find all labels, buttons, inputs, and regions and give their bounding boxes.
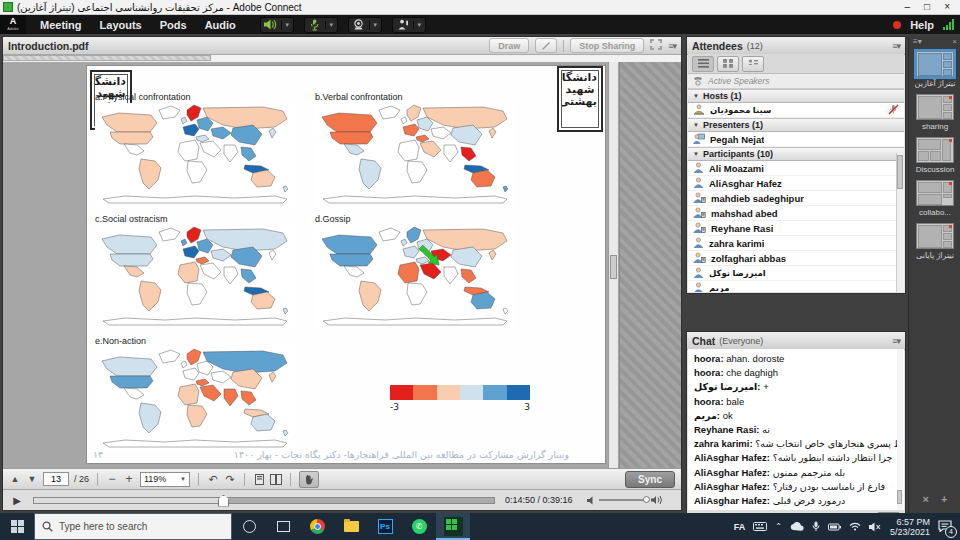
group-header-presenters[interactable]: ▼Presenters (1) [688,118,904,132]
wifi-icon[interactable] [849,522,861,531]
zoom-out-button[interactable]: − [106,473,118,486]
volume-low-icon[interactable] [587,496,595,505]
sync-button[interactable]: Sync [625,471,675,488]
attendee-status-view-button[interactable] [742,56,764,72]
menu-item-pods[interactable]: Pods [160,19,187,31]
attendee-row[interactable]: Ali Moazami [688,161,904,176]
zoom-level-select[interactable]: 119%▼ [140,472,190,487]
attendee-row[interactable]: Pegah Nejat [688,132,904,147]
attendee-row[interactable]: AliAsghar Hafez [688,176,904,191]
whatsapp-taskbar-button[interactable]: ✆ [402,513,436,540]
next-page-button[interactable]: ▼ [26,473,38,486]
microphone-button[interactable]: ▾ [304,17,338,33]
tray-expand-chevron-icon[interactable]: ⌃ [775,522,782,531]
layout-thumbnail-sharing[interactable]: sharing [909,94,960,131]
set-status-button[interactable]: ▾ [392,17,426,33]
add-layout-icon[interactable]: + [941,493,947,505]
rotate-right-icon[interactable]: ↷ [224,473,236,486]
photoshop-taskbar-button[interactable]: Ps [368,513,402,540]
slide-footer-text: وبینار گزارش مشارکت در مطالعه بین المللی… [234,449,569,460]
file-explorer-taskbar-button[interactable] [334,513,368,540]
attendee-row[interactable]: mahshad abed [688,206,904,221]
chrome-taskbar-button[interactable] [300,513,334,540]
chrome-icon [310,519,325,534]
speaker-button[interactable]: ▾ [260,17,294,33]
pan-tool-button[interactable] [299,471,319,488]
clock-date: 5/23/2021 [890,527,930,537]
layouts-panel-menu-icon[interactable]: ≡▾ [913,37,922,46]
attendee-row[interactable]: zahra karimi [688,236,904,251]
page-number-input[interactable] [43,472,69,486]
help-menu[interactable]: Help [910,19,934,31]
group-header-hosts[interactable]: ▼Hosts (1) [688,89,904,103]
attendee-row[interactable]: Reyhane Rasi [688,221,904,236]
minimize-button[interactable]: – [905,2,911,12]
attendee-row[interactable]: مریم [688,281,904,292]
chat-pod-menu-icon[interactable]: ≡▾ [892,336,900,346]
menu-item-meeting[interactable]: Meeting [40,19,82,31]
attendee-row[interactable]: سینا محمودیان [688,103,904,118]
start-button[interactable] [0,513,34,540]
status-dropdown[interactable]: ▾ [413,21,425,29]
pod-menu-icon[interactable]: ≡▾ [668,41,676,51]
timeline-position-marker[interactable] [218,495,229,507]
attendees-pod-menu-icon[interactable]: ≡▾ [892,41,900,51]
cortana-button[interactable] [232,513,266,540]
collapse-triangle-icon: ▼ [693,151,699,157]
legend-swatch [460,385,483,400]
group-header-participants[interactable]: ▼Participants (10) [688,147,904,161]
volume-knob[interactable] [643,496,650,503]
draw-button[interactable]: Draw [489,38,529,53]
stop-sharing-button[interactable]: Stop Sharing [570,38,644,53]
vertical-scrollbar[interactable] [608,62,618,468]
single-page-view-icon[interactable] [253,473,265,486]
layout-thumbnail-label: Discussion [909,165,960,174]
speaker-dropdown[interactable]: ▾ [281,21,293,29]
webcam-dropdown[interactable]: ▾ [369,21,381,29]
attendee-row[interactable]: zolfaghari abbas [688,251,904,266]
windows-logo-icon [11,520,24,533]
legend-swatch [437,385,460,400]
delete-layout-icon[interactable]: × [923,493,929,505]
language-indicator[interactable]: FA [734,522,746,532]
action-center-button[interactable]: 4 [938,520,952,534]
taskbar-search[interactable]: Type here to search [34,513,232,540]
microphone-dropdown[interactable]: ▾ [325,21,337,29]
task-view-button[interactable] [266,513,300,540]
battery-icon[interactable] [828,523,841,531]
layouts-panel-close-icon[interactable]: × [952,37,957,46]
maximize-button[interactable]: □ [924,2,930,12]
playback-timeline[interactable] [33,497,495,504]
rotate-left-icon[interactable]: ↶ [207,473,219,486]
volume-slider[interactable] [599,499,647,501]
play-button[interactable]: ▶ [9,493,25,507]
layout-thumbnail-discussion[interactable]: Discussion [909,137,960,174]
two-page-view-icon[interactable] [270,473,282,486]
layout-thumbnail-collabo-[interactable]: collabo... [909,180,960,217]
fullscreen-icon[interactable] [650,39,662,52]
webcam-button[interactable]: ▾ [348,17,382,33]
speaker-muted-icon[interactable] [869,522,882,532]
attendees-scrollbar[interactable] [896,153,904,292]
list-view-button[interactable] [692,56,714,72]
zoom-in-button[interactable]: + [123,473,135,486]
volume-high-icon[interactable] [651,495,663,505]
attendee-row[interactable]: mahdieb sadeghipur [688,191,904,206]
previous-page-button[interactable]: ▲ [9,473,21,486]
connection-signal-icon[interactable] [943,19,954,30]
layout-thumbnail-persian[interactable]: تیتراژ پایانی [909,223,960,260]
layout-thumbnail-persian[interactable]: تیتراژ آغازین [909,51,960,88]
tray-microphone-icon[interactable] [812,521,820,532]
attendee-name: mahshad abed [711,208,778,219]
taskbar-clock[interactable]: 6:57 PM 5/23/2021 [890,517,930,537]
attendee-row[interactable]: امیررضا توکل [688,266,904,281]
chat-scrollbar[interactable] [897,349,903,510]
menu-item-audio[interactable]: Audio [205,19,236,31]
grid-view-button[interactable] [717,56,739,72]
adobe-connect-taskbar-button[interactable] [436,513,470,540]
menu-item-layouts[interactable]: Layouts [100,19,142,31]
onedrive-icon[interactable] [790,522,804,531]
keyboard-icon[interactable] [753,522,767,531]
pointer-tool-button[interactable] [535,38,557,53]
close-button[interactable]: × [944,2,950,12]
